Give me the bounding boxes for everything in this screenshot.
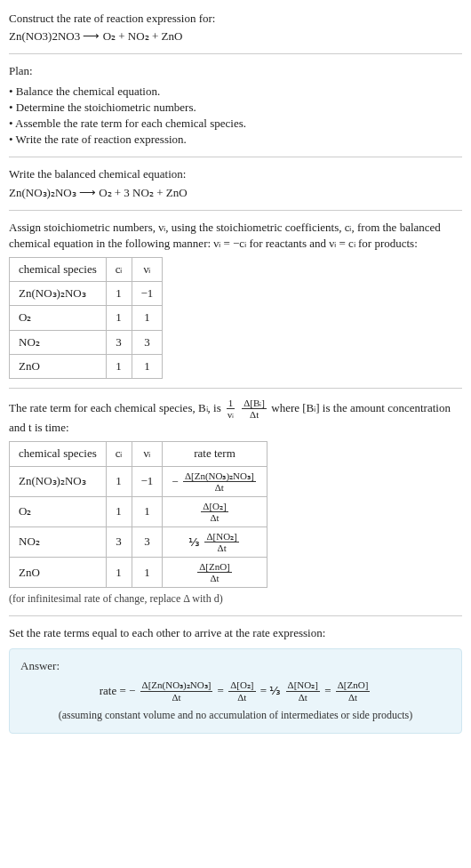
cell-rate: Δ[O₂] Δt (163, 496, 267, 526)
cell-ci: 1 (106, 558, 132, 588)
frac-den: Δt (216, 542, 228, 553)
rate-frac-2: Δ[O₂] Δt (228, 679, 255, 702)
rate-expression: rate = − Δ[Zn(NO₃)₂NO₃] Δt = Δ[O₂] Δt = … (20, 679, 451, 702)
frac-den: Δt (208, 512, 220, 523)
balanced-intro: Write the balanced chemical equation: (9, 166, 462, 182)
divider (9, 157, 462, 157)
frac-num: Δ[NO₂] (286, 679, 320, 691)
stoich-table: chemical species cᵢ νᵢ Zn(NO₃)₂NO₃ 1 −1 … (9, 257, 163, 379)
frac-den: Δt (248, 409, 260, 420)
rate-frac-1: Δ[Zn(NO₃)₂NO₃] Δt (140, 679, 213, 702)
cell-species: Zn(NO₃)₂NO₃ (10, 466, 107, 496)
cell-vi: 1 (132, 306, 163, 330)
cell-ci: 1 (106, 354, 132, 378)
cell-species: ZnO (10, 354, 107, 378)
equals: = (218, 684, 228, 697)
table-row: ZnO 1 1 (10, 354, 163, 378)
rate-prefix: ⅓ (188, 534, 203, 548)
infinitesimal-note: (for infinitesimal rate of change, repla… (9, 591, 462, 607)
cell-vi: 3 (132, 526, 163, 557)
plan-title: Plan: (9, 63, 462, 79)
frac-num: 1 (227, 398, 236, 409)
rate-intro-1: The rate term for each chemical species,… (9, 401, 224, 414)
rate-frac-3: Δ[NO₂] Δt (286, 679, 320, 702)
cell-ci: 3 (106, 330, 132, 354)
col-species: chemical species (10, 442, 107, 466)
cell-ci: 1 (106, 466, 132, 496)
cell-species: O₂ (10, 496, 107, 526)
cell-rate: ⅓ Δ[NO₂] Δt (163, 526, 267, 557)
stoich-section: Assign stoichiometric numbers, νᵢ, using… (9, 220, 462, 379)
cell-species: O₂ (10, 306, 107, 330)
cell-ci: 1 (106, 496, 132, 526)
cell-rate: − Δ[Zn(NO₃)₂NO₃] Δt (163, 466, 267, 496)
cell-vi: 1 (132, 558, 163, 588)
cell-ci: 1 (106, 282, 132, 306)
rate-frac: Δ[ZnO] Δt (197, 561, 232, 583)
unbalanced-equation: Zn(NO3)2NO3 ⟶ O₂ + NO₂ + ZnO (9, 28, 462, 44)
table-row: ZnO 1 1 Δ[ZnO] Δt (10, 558, 267, 588)
cell-ci: 1 (106, 306, 132, 330)
plan-item: Balance the chemical equation. (9, 84, 462, 100)
frac-num: Δ[Zn(NO₃)₂NO₃] (140, 679, 213, 691)
cell-rate: Δ[ZnO] Δt (163, 558, 267, 588)
frac-num: Δ[ZnO] (197, 561, 232, 573)
equals: = ⅓ (260, 684, 284, 697)
frac-num: Δ[O₂] (228, 679, 255, 691)
rate-term-section: The rate term for each chemical species,… (9, 398, 462, 607)
divider (9, 615, 462, 616)
balanced-equation: Zn(NO₃)₂NO₃ ⟶ O₂ + 3 NO₂ + ZnO (9, 185, 462, 201)
cell-species: Zn(NO₃)₂NO₃ (10, 282, 107, 306)
cell-species: ZnO (10, 558, 107, 588)
table-header-row: chemical species cᵢ νᵢ (10, 258, 163, 282)
plan-item: Assemble the rate term for each chemical… (9, 116, 462, 132)
cell-vi: −1 (132, 466, 163, 496)
cell-species: NO₂ (10, 330, 107, 354)
plan-item: Determine the stoichiometric numbers. (9, 100, 462, 116)
equals: = (324, 684, 334, 697)
frac-one-over-nu: 1 νᵢ (226, 398, 236, 420)
table-row: Zn(NO₃)₂NO₃ 1 −1 (10, 282, 163, 306)
frac-num: Δ[NO₂] (204, 531, 238, 542)
table-row: Zn(NO₃)₂NO₃ 1 −1 − Δ[Zn(NO₃)₂NO₃] Δt (10, 466, 267, 496)
plan-section: Plan: Balance the chemical equation. Det… (9, 63, 462, 148)
col-vi: νᵢ (132, 442, 163, 466)
rate-prefix: − (172, 474, 178, 487)
rate-term-intro: The rate term for each chemical species,… (9, 398, 462, 436)
problem-prompt: Construct the rate of reaction expressio… (9, 11, 462, 27)
frac-den: Δt (297, 692, 309, 703)
table-row: NO₂ 3 3 (10, 330, 163, 354)
divider (9, 388, 462, 389)
rate-frac: Δ[NO₂] Δt (204, 531, 238, 553)
cell-ci: 3 (106, 526, 132, 557)
table-row: O₂ 1 1 Δ[O₂] Δt (10, 496, 267, 526)
col-ci: cᵢ (106, 258, 132, 282)
final-section: Set the rate terms equal to each other t… (9, 625, 462, 734)
col-rate: rate term (163, 442, 267, 466)
divider (9, 53, 462, 54)
problem-header: Construct the rate of reaction expressio… (9, 11, 462, 44)
cell-vi: 1 (132, 496, 163, 526)
frac-den: Δt (170, 692, 182, 703)
frac-num: Δ[O₂] (201, 501, 228, 512)
frac-den: Δt (236, 692, 248, 703)
frac-dB-dt: Δ[Bᵢ] Δt (242, 398, 267, 420)
frac-num: Δ[ZnO] (336, 679, 371, 691)
plan-item: Write the rate of reaction expression. (9, 132, 462, 148)
frac-num: Δ[Bᵢ] (242, 398, 267, 409)
frac-den: Δt (208, 573, 220, 583)
rate-lead: rate = − (100, 684, 136, 697)
plan-list: Balance the chemical equation. Determine… (9, 84, 462, 149)
cell-vi: 3 (132, 330, 163, 354)
table-header-row: chemical species cᵢ νᵢ rate term (10, 442, 267, 466)
table-row: NO₂ 3 3 ⅓ Δ[NO₂] Δt (10, 526, 267, 557)
cell-vi: −1 (132, 282, 163, 306)
frac-den: νᵢ (226, 409, 236, 420)
final-intro: Set the rate terms equal to each other t… (9, 625, 462, 641)
frac-num: Δ[Zn(NO₃)₂NO₃] (183, 470, 256, 482)
answer-label: Answer: (20, 658, 451, 674)
balanced-section: Write the balanced chemical equation: Zn… (9, 166, 462, 200)
col-species: chemical species (10, 258, 107, 282)
frac-den: Δt (347, 692, 359, 703)
col-ci: cᵢ (106, 442, 132, 466)
